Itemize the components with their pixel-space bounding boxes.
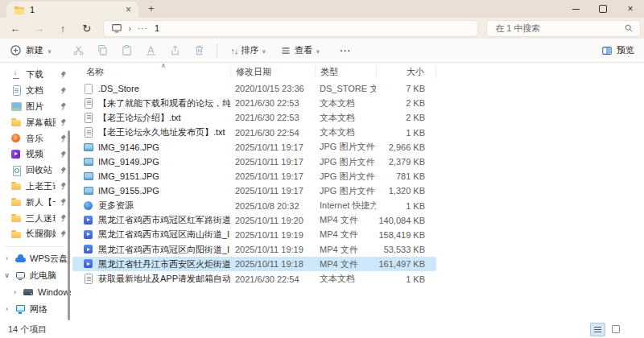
file-row[interactable]: 黑龙江省牡丹江市西安区火炬街道_IMG_20250... 2025/10/11 … (72, 257, 436, 271)
file-row[interactable]: IMG_9149.JPG 2025/10/11 19:17 JPG 图片文件 2… (72, 155, 436, 169)
file-type-icon (83, 215, 93, 225)
file-type: 文本文档 (315, 126, 376, 138)
expander-chevron-icon[interactable]: › (3, 254, 10, 262)
maximize-button[interactable] (589, 0, 617, 18)
file-type-icon (83, 98, 93, 109)
file-row[interactable]: IMG_9151.JPG 2025/10/11 19:17 JPG 图片文件 7… (72, 169, 436, 183)
copy-button[interactable] (90, 44, 114, 56)
column-header-type[interactable]: 类型 (315, 66, 376, 78)
details-view-button[interactable] (590, 323, 605, 336)
sidebar-item-label: 长腿御姐 舞蹈 (26, 228, 56, 240)
sidebar-item[interactable]: 音乐 (0, 130, 71, 146)
sidebar-item[interactable]: 图片 (0, 99, 71, 115)
close-button[interactable]: × (617, 0, 644, 18)
file-name-cell: 【来了就能下载和观看的论坛，纯免费！】.txt (72, 97, 230, 109)
sidebar-item[interactable]: 下载 (0, 67, 71, 83)
file-size: 140,084 KB (376, 216, 436, 225)
file-date-modified: 2020/10/15 23:36 (230, 84, 315, 93)
file-size: 2,379 KB (376, 157, 436, 167)
sidebar-tree-item[interactable]: ∨ 此电脑 (0, 267, 71, 284)
back-button[interactable]: ← (3, 23, 27, 35)
more-options-button[interactable]: ··· (340, 46, 351, 56)
file-name-cell: 黑龙江省牡丹江市西安区火炬街道_IMG_20250... (72, 258, 230, 270)
file-row[interactable]: 【老王论坛永久地址发布页】.txt 2021/6/30 22:54 文本文档 1… (72, 126, 436, 140)
up-button[interactable]: ↑ (51, 23, 75, 35)
expander-chevron-icon[interactable]: › (3, 305, 10, 313)
file-name-cell: IMG_9149.JPG (72, 157, 230, 167)
view-lines-icon (280, 45, 291, 56)
file-type-icon (83, 157, 93, 167)
expander-chevron-icon[interactable]: › (11, 288, 19, 296)
forward-button[interactable]: → (27, 23, 52, 35)
file-date-modified: 2025/10/11 19:19 (230, 230, 315, 240)
sidebar-tree-item[interactable]: › 网络 (0, 301, 71, 318)
sort-arrows-icon: ↑↓ (230, 46, 237, 56)
sidebar-item-icon (10, 69, 22, 80)
file-row[interactable]: 【来了就能下载和观看的论坛，纯免费！】.txt 2021/6/30 22:53 … (72, 96, 436, 110)
file-type-icon (83, 245, 93, 255)
sidebar-item[interactable]: 文档 (0, 83, 71, 99)
file-name-cell: 【老王论坛永久地址发布页】.txt (72, 126, 230, 138)
file-name: 【老王论坛介绍】.txt (98, 112, 181, 124)
sort-button[interactable]: ↑↓ 排序 ∨ (230, 44, 266, 56)
file-row[interactable]: 黑龙江省鸡西市鸡冠区向阳街道_IMG_202508... 2025/10/11 … (72, 242, 436, 257)
paste-button[interactable] (114, 44, 138, 56)
file-row[interactable]: IMG_9146.JPG 2025/10/11 19:17 JPG 图片文件 2… (72, 140, 436, 155)
explorer-tab[interactable]: 1 × (6, 2, 138, 18)
breadcrumb-current-folder[interactable]: 1 (155, 23, 159, 33)
preview-button[interactable]: 预览 (601, 44, 634, 56)
expander-chevron-icon[interactable]: ∨ (3, 271, 10, 279)
chevron-down-icon: ∨ (316, 48, 320, 55)
share-button[interactable] (163, 44, 187, 56)
file-row[interactable]: 【老王论坛介绍】.txt 2021/6/30 22:53 文本文档 2 KB (72, 110, 436, 125)
file-row[interactable]: 更多资源 2025/10/8 20:32 Internet 快捷方式 1 KB (72, 199, 436, 213)
file-size: 2,966 KB (376, 142, 436, 152)
view-button[interactable]: 查看 ∨ (280, 44, 320, 56)
sidebar-item[interactable]: 长腿御姐 舞蹈 (0, 226, 71, 242)
sidebar-item-icon (10, 149, 22, 160)
delete-button[interactable] (187, 44, 211, 56)
column-header-name[interactable]: 名称 ∧ (72, 66, 230, 78)
thumbnail-view-button[interactable] (608, 323, 623, 336)
column-header-date[interactable]: 修改日期 (230, 66, 315, 78)
sidebar-tree-item[interactable]: › WPS云盘 (0, 250, 71, 267)
file-row[interactable]: 获取最新地址及APP请发邮箱自动获取.txt 2021/6/30 22:54 文… (72, 271, 436, 286)
refresh-button[interactable]: ↻ (75, 23, 99, 35)
file-size: 1 KB (376, 128, 436, 138)
file-row[interactable]: 黑龙江省鸡西市鸡冠区红军路街道_IMG_20250... 2025/10/11 … (72, 213, 436, 228)
new-button[interactable]: 新建 ∨ (10, 44, 52, 56)
file-name: 更多资源 (98, 200, 134, 212)
new-tab-button[interactable]: + (148, 2, 155, 14)
rename-button[interactable] (138, 44, 163, 56)
search-input[interactable] (493, 23, 624, 34)
sidebar-item-label: 网络 (30, 303, 71, 315)
trash-icon (193, 44, 205, 56)
sidebar-item-label: 屏幕截图 (26, 117, 56, 129)
sidebar-item[interactable]: 回收站 (0, 163, 71, 179)
file-type: JPG 图片文件 (315, 171, 376, 183)
sidebar-item-icon (10, 196, 22, 208)
sidebar-item[interactable]: 三人迷玩深圳 (0, 210, 71, 226)
file-name-cell: IMG_9151.JPG (72, 171, 230, 182)
minimize-button[interactable] (562, 0, 589, 18)
search-box (486, 20, 641, 37)
file-type: MP4 文件 (315, 214, 376, 226)
column-header-size[interactable]: 大小 (376, 66, 436, 78)
sidebar-item[interactable]: 上老王论坛当 (0, 179, 71, 195)
sidebar-scrollbar[interactable] (68, 130, 70, 320)
address-bar[interactable]: › ··· 1 (103, 20, 479, 37)
breadcrumb-ellipsis[interactable]: ··· (138, 24, 148, 33)
file-date-modified: 2025/10/8 20:32 (230, 201, 315, 211)
tab-close-button[interactable]: × (122, 4, 134, 16)
file-row[interactable]: IMG_9155.JPG 2025/10/11 19:17 JPG 图片文件 1… (72, 183, 436, 198)
edit-actions (66, 44, 211, 56)
file-row[interactable]: .DS_Store 2020/10/15 23:36 DS_STORE 文件 7… (72, 81, 436, 96)
file-size: 1,320 KB (376, 186, 436, 196)
sidebar-item[interactable]: 视频 (0, 146, 71, 163)
sidebar-item[interactable]: 新人【十七岁 (0, 194, 71, 210)
cut-button[interactable] (66, 44, 90, 56)
sidebar-item[interactable]: 屏幕截图 (0, 114, 71, 130)
sidebar-tree-item[interactable]: › Windows-SSD (0, 284, 71, 301)
file-row[interactable]: 黑龙江省鸡西市鸡冠区南山街道_IMG_202508... 2025/10/11 … (72, 228, 436, 242)
column-name-label: 名称 (86, 67, 104, 76)
